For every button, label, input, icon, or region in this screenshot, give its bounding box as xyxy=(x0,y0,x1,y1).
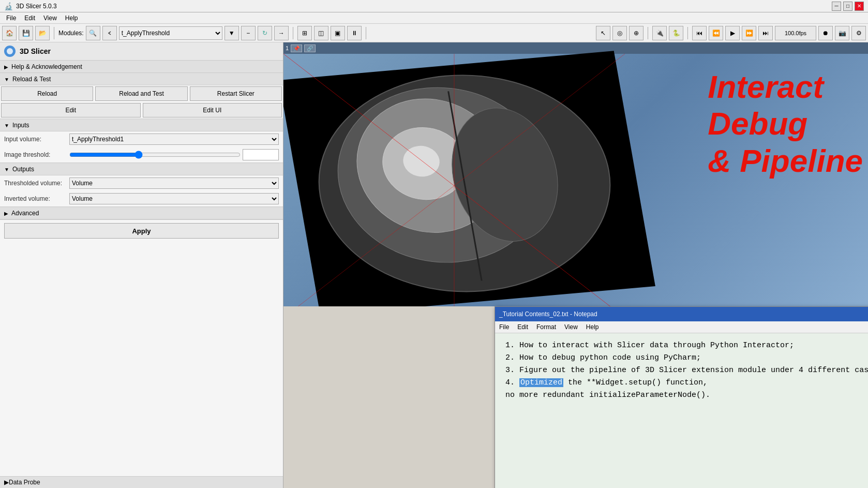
toolbar-sep-1 xyxy=(54,27,54,39)
viewport-pin-btn[interactable]: 📌 xyxy=(291,45,302,52)
edit-button[interactable]: Edit xyxy=(1,103,141,117)
module-back-btn[interactable] xyxy=(102,26,117,40)
advanced-header[interactable]: ▶ Advanced xyxy=(0,207,283,219)
reload-test-btn-row2: Edit Edit UI xyxy=(0,102,283,119)
toolbar-sep-5 xyxy=(687,27,688,39)
close-button[interactable]: ✕ xyxy=(855,2,864,11)
viewport-3d: 1 📌 🔗 xyxy=(283,42,868,306)
toolbar-forward-btn[interactable]: → xyxy=(274,26,289,40)
inverted-volume-value: Volume xyxy=(69,193,279,204)
menu-help[interactable]: Help xyxy=(61,13,82,23)
reload-test-header[interactable]: ▼ Reload & Test xyxy=(0,73,283,85)
menu-edit[interactable]: Edit xyxy=(20,13,39,23)
settings-btn[interactable]: ⚙ xyxy=(851,26,866,40)
mouse-btn[interactable]: ↖ xyxy=(596,26,610,40)
line-num-2: 2. xyxy=(505,353,515,362)
notepad-menu-file[interactable]: File xyxy=(495,322,513,332)
threshold-spinner[interactable]: 100.00 xyxy=(243,149,279,160)
toolbar-sep-2 xyxy=(293,27,293,39)
search-icon[interactable]: 🔍 xyxy=(86,26,100,40)
highlighted-word: Optimized xyxy=(519,378,563,387)
reload-button[interactable]: Reload xyxy=(1,86,93,101)
maximize-button[interactable]: □ xyxy=(843,2,852,11)
reload-test-btn-row1: Reload Reload and Test Restart Slicer xyxy=(0,85,283,102)
data-probe-section[interactable]: ▶ Data Probe xyxy=(0,476,283,488)
threshold-slider[interactable] xyxy=(69,151,241,159)
screenshot-btn[interactable]: 📷 xyxy=(835,26,849,40)
outputs-arrow: ▼ xyxy=(4,167,9,172)
inputs-header[interactable]: ▼ Inputs xyxy=(0,119,283,131)
reload-test-section: ▼ Reload & Test Reload Reload and Test R… xyxy=(0,73,283,119)
play-btn[interactable]: ▶ xyxy=(725,26,740,40)
minimize-button[interactable]: ─ xyxy=(832,2,841,11)
left-panel: 3D Slicer ▶ Help & Acknowledgement ▼ Rel… xyxy=(0,42,283,488)
notepad-window: _Tutorial Contents_02.txt - Notepad ─ □ … xyxy=(495,306,868,488)
notepad-title-text: _Tutorial Contents_02.txt - Notepad xyxy=(499,310,597,318)
advanced-label: Advanced xyxy=(11,210,39,217)
modules-label: Modules: xyxy=(58,29,84,37)
notepad-menu-edit[interactable]: Edit xyxy=(513,322,532,332)
title-bar-left: 🔬 3D Slicer 5.0.3 xyxy=(4,2,57,10)
line-num-3: 3. xyxy=(505,366,515,375)
viewpoint-btn[interactable]: ◎ xyxy=(612,26,627,40)
menu-view[interactable]: View xyxy=(39,13,61,23)
app-icon: 🔬 xyxy=(4,2,13,10)
input-volume-select[interactable]: t_ApplyThreshold1 xyxy=(69,134,279,145)
line-text-2: How to debug python code using PyCharm; xyxy=(519,353,701,362)
brain-scan-area xyxy=(283,51,655,306)
thresholded-volume-row: Thresholded volume: Volume xyxy=(0,175,283,191)
inputs-label: Inputs xyxy=(12,122,29,129)
help-section-header[interactable]: ▶ Help & Acknowledgement xyxy=(0,61,283,73)
skip-fwd-btn[interactable]: ⏭ xyxy=(758,26,773,40)
notepad-menu-help[interactable]: Help xyxy=(582,322,603,332)
view-btn-2[interactable]: ▣ xyxy=(331,26,345,40)
notepad-content: 1. How to interact with Slicer data thro… xyxy=(495,333,868,488)
layout-btn[interactable]: ⊞ xyxy=(297,26,312,40)
thresholded-volume-select[interactable]: Volume xyxy=(69,178,279,189)
notepad-menu-format[interactable]: Format xyxy=(532,322,560,332)
module-selector[interactable]: t_ApplyThreshold xyxy=(119,26,222,40)
outputs-section: ▼ Outputs Thresholded volume: Volume Inv… xyxy=(0,163,283,207)
toolbar-minus-btn[interactable]: − xyxy=(241,26,256,40)
apply-button[interactable]: Apply xyxy=(4,223,279,239)
toolbar-save-btn[interactable]: 💾 xyxy=(19,26,33,40)
input-volume-row: Input volume: t_ApplyThreshold1 xyxy=(0,131,283,147)
record-btn[interactable]: ⏺ xyxy=(818,26,833,40)
pause-btn[interactable]: ⏸ xyxy=(347,26,362,40)
toolbar-refresh-btn[interactable]: ↻ xyxy=(258,26,272,40)
edit-ui-button[interactable]: Edit UI xyxy=(143,103,282,117)
toolbar-home-btn[interactable]: 🏠 xyxy=(2,26,17,40)
skip-back-btn[interactable]: ⏮ xyxy=(692,26,707,40)
module-dropdown-icon[interactable]: ▼ xyxy=(225,26,239,40)
svg-point-0 xyxy=(7,48,13,54)
data-probe-arrow: ▶ xyxy=(4,479,9,486)
menu-file[interactable]: File xyxy=(2,13,20,23)
image-threshold-row: Image threshold: 100.00 xyxy=(0,147,283,162)
notepad-line-1: 1. How to interact with Slicer data thro… xyxy=(505,339,868,352)
reload-and-test-button[interactable]: Reload and Test xyxy=(95,86,187,101)
help-arrow: ▶ xyxy=(4,64,8,70)
input-volume-value: t_ApplyThreshold1 xyxy=(69,134,279,145)
next-btn[interactable]: ⏩ xyxy=(742,26,756,40)
brain-svg xyxy=(283,51,655,306)
viewport-link-btn[interactable]: 🔗 xyxy=(304,45,316,52)
crosshair-btn[interactable]: ⊕ xyxy=(629,26,643,40)
notepad-menu-view[interactable]: View xyxy=(560,322,582,332)
python-btn[interactable]: 🐍 xyxy=(669,26,683,40)
main-container: 3D Slicer ▶ Help & Acknowledgement ▼ Rel… xyxy=(0,42,868,488)
inverted-volume-select[interactable]: Volume xyxy=(69,193,279,204)
notepad-line-4: 4. Optimized the **Widget.setup() functi… xyxy=(505,377,868,389)
inputs-arrow: ▼ xyxy=(4,123,9,128)
prev-btn[interactable]: ⏪ xyxy=(709,26,723,40)
toolbar-load-btn[interactable]: 📂 xyxy=(35,26,50,40)
right-area: 1 📌 🔗 xyxy=(283,42,868,488)
outputs-header[interactable]: ▼ Outputs xyxy=(0,163,283,175)
toolbar: 🏠 💾 📂 Modules: 🔍 t_ApplyThreshold ▼ − ↻ … xyxy=(0,24,868,42)
slicer-logo-icon xyxy=(6,48,13,55)
menu-bar: File Edit View Help xyxy=(0,12,868,24)
view-btn-1[interactable]: ◫ xyxy=(314,26,328,40)
restart-slicer-button[interactable]: Restart Slicer xyxy=(190,86,282,101)
notepad-menu-bar: File Edit Format View Help xyxy=(495,321,868,333)
ext-mgr-btn[interactable]: 🔌 xyxy=(652,26,667,40)
title-bar-controls[interactable]: ─ □ ✕ xyxy=(832,2,864,11)
